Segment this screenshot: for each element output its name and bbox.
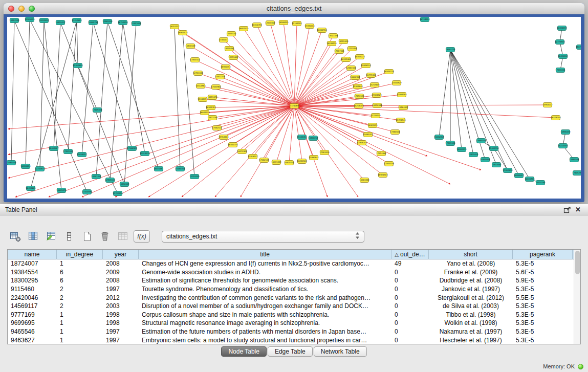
table-row[interactable]: 1456911722003Disruption of a novel membe… — [8, 302, 580, 311]
table-cell[interactable]: 9463627 — [8, 337, 57, 344]
table-cell[interactable]: 2009 — [103, 269, 139, 276]
table-cell[interactable]: de Silva et al. (2003) — [429, 302, 513, 310]
table-cell[interactable]: 5.9E-5 — [513, 277, 573, 284]
graph-node[interactable]: 17320596 — [82, 190, 92, 194]
graph-node[interactable]: 12490285 — [26, 186, 36, 191]
graph-node[interactable]: 17690124 — [354, 94, 364, 99]
graph-node[interactable]: 16924503 — [378, 173, 388, 178]
column-header-title[interactable]: title — [139, 250, 391, 259]
table-cell[interactable]: 2008 — [103, 277, 139, 284]
table-cell[interactable]: 22420046 — [8, 294, 57, 301]
table-scrollbar[interactable] — [574, 250, 580, 344]
table-cell[interactable]: 0 — [391, 337, 429, 344]
graph-node[interactable]: 16061524 — [178, 31, 188, 35]
table-cell[interactable]: 0 — [391, 311, 429, 318]
graph-node[interactable]: 16807415 — [238, 27, 249, 31]
table-cell[interactable]: Franke et al. (2009) — [429, 269, 513, 276]
table-cell[interactable]: Investigating the contribution of common… — [139, 294, 391, 301]
table-cell[interactable]: Wolkin et al. (1998) — [429, 319, 513, 326]
column-header-name[interactable]: name — [8, 250, 57, 259]
table-cell[interactable]: 0 — [391, 286, 429, 293]
table-cell[interactable]: 49 — [391, 260, 429, 267]
graph-node[interactable]: 16845073 — [56, 188, 67, 193]
table-cell[interactable]: 5.3E-5 — [513, 328, 573, 335]
graph-node[interactable]: 17854412 — [190, 58, 200, 62]
table-cell[interactable]: 2 — [57, 294, 103, 301]
network-table-selector[interactable]: citations_edges.txt — [162, 231, 364, 243]
table-cell[interactable]: 1998 — [103, 319, 139, 326]
table-cell[interactable]: 5.3E-5 — [513, 286, 573, 293]
table-cell[interactable]: 9115460 — [8, 286, 57, 293]
table-cell[interactable]: Embryonic stem cells: a model to study s… — [139, 337, 391, 344]
graph-node[interactable]: 17460071 — [219, 38, 229, 42]
table-cell[interactable]: 2003 — [103, 302, 139, 310]
column-header-year[interactable]: year — [103, 250, 139, 259]
graph-node[interactable]: 16842937 — [350, 75, 360, 80]
graph-node[interactable]: 18129460 — [341, 57, 351, 62]
graph-node[interactable]: 16462735 — [228, 143, 238, 147]
table-cell[interactable]: 2 — [57, 286, 103, 293]
graph-node[interactable]: 17405296 — [572, 171, 581, 176]
delete-icon[interactable] — [98, 229, 112, 244]
graph-node[interactable]: 15145451 — [297, 135, 307, 140]
graph-node[interactable]: 16503278 — [384, 70, 394, 74]
graph-node[interactable]: 15672218 — [215, 75, 225, 79]
table-cell[interactable]: 5.5E-5 — [513, 294, 573, 301]
graph-node[interactable]: 18042918 — [317, 28, 327, 33]
table-cell[interactable]: 2008 — [103, 260, 139, 267]
graph-node[interactable]: 1724069 — [290, 104, 299, 108]
graph-node[interactable]: 18075361 — [154, 167, 164, 171]
graph-node[interactable]: 16872049 — [576, 45, 581, 50]
table-cell[interactable]: 18300295 — [8, 277, 57, 284]
graph-node[interactable]: 12753341 — [193, 71, 203, 76]
graph-node[interactable]: 12773948 — [555, 40, 565, 45]
graph-node[interactable]: 15260458 — [7, 161, 16, 165]
graph-node[interactable]: 17845920 — [391, 81, 402, 85]
table-cell[interactable]: Corpus callosum shape and size in male p… — [139, 311, 391, 318]
graph-node[interactable]: 12845079 — [384, 162, 394, 166]
graph-node[interactable]: 17263518 — [319, 150, 330, 155]
graph-node[interactable]: 18467223 — [355, 55, 365, 59]
graph-node[interactable]: 17951042 — [63, 149, 73, 154]
graph-node[interactable]: 18330794 — [88, 20, 98, 25]
graph-node[interactable]: 17935126 — [445, 141, 455, 146]
graph-node[interactable]: 12872139 — [207, 116, 217, 120]
table-cell[interactable]: Structural magnetic resonance image aver… — [139, 319, 391, 326]
graph-node[interactable]: 18312706 — [252, 23, 262, 28]
graph-node[interactable]: 15720943 — [396, 118, 406, 123]
graph-node[interactable]: 15340357 — [198, 97, 208, 102]
graph-node[interactable]: 18072903 — [237, 149, 247, 154]
graph-node[interactable]: 18204563 — [297, 159, 307, 164]
graph-node[interactable]: 16495032 — [558, 54, 568, 59]
graph-node[interactable]: 12752049 — [189, 174, 200, 179]
graph-node[interactable]: 15638207 — [77, 152, 87, 157]
graph-node[interactable]: 16820711 — [284, 161, 294, 165]
graph-node[interactable]: 17712054 — [347, 47, 357, 51]
graph-node[interactable]: 15912004 — [219, 135, 229, 140]
graph-node[interactable]: 17840261 — [555, 68, 565, 73]
graph-node[interactable]: 16842057 — [434, 135, 444, 140]
table-row[interactable]: 911546021997Tourette syndrome. Phenomeno… — [8, 285, 580, 294]
column-header-out-degree[interactable]: △ out_de… — [391, 250, 429, 259]
graph-node[interactable]: 15914278 — [140, 151, 150, 156]
edit-table-icon[interactable] — [44, 229, 58, 244]
graph-node[interactable]: 12540317 — [265, 21, 275, 26]
graph-node[interactable]: 16750218 — [118, 20, 128, 25]
minimize-button[interactable] — [18, 6, 25, 12]
table-cell[interactable]: Hescheler et al. (1997) — [429, 337, 513, 344]
graph-node[interactable]: 12690543 — [569, 158, 579, 162]
graph-node[interactable]: 18006214 — [20, 164, 31, 169]
new-file-icon[interactable] — [80, 229, 94, 244]
graph-node[interactable]: 15905405 — [25, 17, 35, 22]
graph-node[interactable]: 17502137 — [259, 158, 269, 163]
graph-node[interactable]: 15873064 — [491, 163, 502, 167]
graph-node[interactable]: 14512963 — [195, 84, 206, 89]
graph-node[interactable]: 15482736 — [489, 146, 499, 151]
table-cell[interactable]: 0 — [391, 328, 429, 335]
graph-node[interactable]: 15530124 — [226, 32, 236, 36]
table-cell[interactable]: Yano et al. (2008) — [429, 260, 513, 267]
graph-node[interactable]: 17209356 — [92, 108, 102, 113]
table-cell[interactable]: 5.3E-5 — [513, 319, 573, 326]
graph-node[interactable]: 15327604 — [131, 21, 141, 26]
graph-node[interactable]: 20360693 — [73, 63, 83, 68]
